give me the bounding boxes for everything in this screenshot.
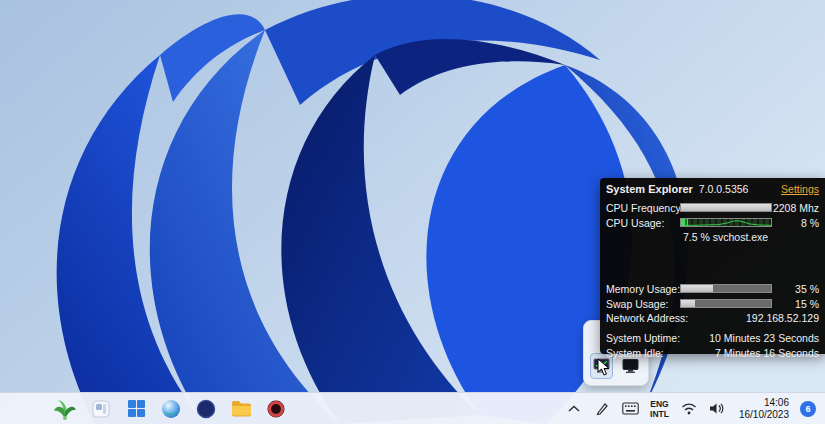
speaker-icon [709,402,724,415]
panel-version: 7.0.0.5356 [699,183,749,195]
cpu-frequency-bar [680,203,772,212]
memory-usage-label: Memory Usage: [606,283,680,295]
touch-keyboard-button[interactable] [617,396,643,422]
cpu-usage-sparkline [681,219,771,226]
swap-usage-value: 15 % [772,298,819,310]
language-line2: INTL [650,409,669,419]
folder-icon [231,400,252,418]
network-tray-button[interactable] [676,396,702,422]
browser-app-button[interactable] [158,396,184,422]
system-uptime-value: 10 Minutes 23 Seconds [680,332,819,345]
system-tray: ENG INTL 14:06 16/10/2023 [561,395,821,423]
memory-usage-row: Memory Usage: 35 % [606,282,819,295]
plant-icon [52,397,78,421]
cpu-usage-label: CPU Usage: [606,217,680,229]
memory-usage-bar [680,284,772,293]
start-button[interactable] [123,396,149,422]
swap-usage-fill [681,300,695,307]
network-address-value: 192.168.52.129 [680,312,819,325]
red-ring-icon [266,399,286,419]
dark-circle-app-button[interactable] [193,396,219,422]
volume-tray-button[interactable] [704,396,730,422]
mouse-cursor [597,358,610,376]
cpu-frequency-fill [681,204,771,211]
system-idle-value: 7 Minutes 16 Seconds [680,347,819,360]
swap-usage-bar [680,299,772,308]
network-address-label: Network Address: [606,312,680,325]
system-uptime-row: System Uptime: 10 Minutes 23 Seconds [606,332,819,345]
file-explorer-button[interactable] [228,396,254,422]
cpu-frequency-row: CPU Frequency: 2208 Mhz [606,201,819,214]
network-address-row: Network Address: 192.168.52.129 [606,312,819,325]
settings-link[interactable]: Settings [781,183,819,195]
network-icon [681,402,697,415]
panel-header: System Explorer 7.0.0.5356 Settings [606,183,819,199]
language-line1: ENG [650,399,668,409]
pen-tray-button[interactable] [589,396,615,422]
taskbar: ENG INTL 14:06 16/10/2023 [0,392,825,424]
clock-date: 16/10/2023 [739,409,789,421]
system-idle-row: System Idle: 7 Minutes 16 Seconds [606,347,819,360]
system-idle-label: System Idle: [606,347,680,360]
swap-usage-row: Swap Usage: 15 % [606,297,819,310]
plant-app-button[interactable] [52,396,78,422]
desktop: System Explorer 7.0.0.5356 Settings CPU … [0,0,825,424]
monitor-icon [622,358,639,374]
widgets-icon [91,399,111,419]
notification-badge[interactable]: 6 [800,401,816,417]
memory-usage-value: 35 % [772,283,819,295]
cpu-usage-bar [680,218,772,227]
red-ring-app-button[interactable] [263,396,289,422]
language-indicator[interactable]: ENG INTL [645,396,674,422]
cpu-frequency-label: CPU Frequency: [606,202,680,214]
dark-circle-icon [196,399,216,419]
cpu-usage-value: 8 % [772,217,819,229]
taskbar-app-icons [88,396,289,422]
system-explorer-panel: System Explorer 7.0.0.5356 Settings CPU … [600,178,825,354]
top-process-text: 7.5 % svchost.exe [683,231,819,244]
keyboard-icon [622,402,639,415]
windows-start-icon [127,399,146,418]
memory-usage-fill [681,285,713,292]
chevron-up-icon [568,405,580,413]
widgets-app-button[interactable] [88,396,114,422]
browser-circle-icon [161,399,181,419]
clock[interactable]: 14:06 16/10/2023 [732,395,796,423]
clock-time: 14:06 [764,397,789,409]
cpu-frequency-value: 2208 Mhz [772,202,819,214]
system-uptime-label: System Uptime: [606,332,680,345]
pen-icon [595,401,610,416]
tray-chevron-button[interactable] [561,396,587,422]
panel-title: System Explorer [606,183,693,195]
cpu-usage-row: CPU Usage: 8 % [606,216,819,229]
swap-usage-label: Swap Usage: [606,298,680,310]
